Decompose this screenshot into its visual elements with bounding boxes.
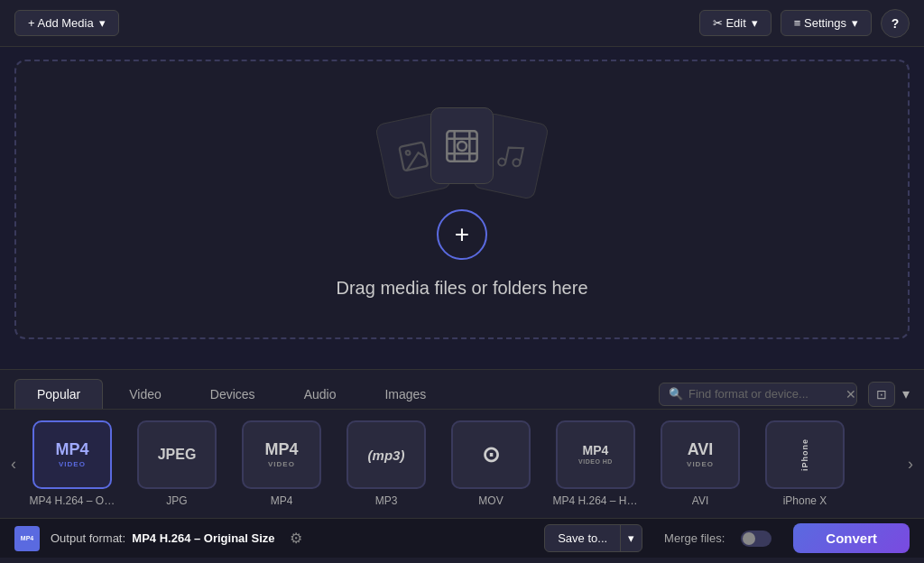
format-label-mp3: MP3 (375, 494, 398, 507)
expand-icon: ▾ (902, 386, 910, 401)
tab-images[interactable]: Images (362, 379, 448, 409)
expand-button[interactable]: ▾ (902, 385, 910, 402)
dropzone[interactable]: + Drag media files or folders here (14, 60, 910, 339)
format-icon-mp4h264: MP4 VIDEO (32, 420, 112, 489)
drop-text: Drag media files or folders here (336, 278, 587, 299)
settings-arrow: ▾ (852, 16, 858, 30)
format-label-mp4: MP4 (271, 494, 293, 507)
format-icon-avi: AVI VIDEO (661, 420, 740, 489)
help-label: ? (892, 16, 900, 31)
svg-point-7 (457, 142, 467, 151)
format-icon-mov: ⊙ (451, 420, 531, 489)
carousel-prev-button[interactable]: ‹ (4, 455, 23, 474)
gear-icon[interactable]: ⚙ (290, 530, 302, 547)
add-files-button[interactable]: + (437, 209, 487, 260)
edit-arrow: ▾ (752, 16, 758, 30)
carousel-next-button[interactable]: › (901, 455, 920, 474)
format-item-mp3[interactable]: (mp3) MP3 (337, 420, 435, 507)
topbar-right: ✂ Edit ▾ ≡ Settings ▾ ? (699, 9, 910, 38)
topbar: + Add Media ▾ ✂ Edit ▾ ≡ Settings ▾ ? (0, 0, 924, 47)
search-input[interactable] (688, 387, 840, 401)
tab-devices[interactable]: Devices (188, 379, 278, 409)
format-label-mov: MOV (478, 494, 503, 507)
svg-point-8 (498, 157, 506, 165)
convert-button[interactable]: Convert (793, 523, 910, 553)
svg-point-1 (405, 150, 410, 154)
status-bar: MP4 Output format: MP4 H.264 – Original … (0, 518, 924, 558)
format-label-iphonex: iPhone X (783, 494, 827, 507)
tab-audio[interactable]: Audio (282, 379, 359, 409)
help-button[interactable]: ? (881, 9, 910, 38)
settings-button[interactable]: ≡ Settings ▾ (781, 10, 872, 36)
format-icon-mp4hd: MP4 VIDEO HD (556, 420, 635, 489)
edit-button[interactable]: ✂ Edit ▾ (699, 10, 772, 36)
search-icon: 🔍 (669, 387, 683, 401)
format-item-avi[interactable]: AVI VIDEO AVI (651, 420, 749, 507)
media-icon-video (430, 107, 494, 184)
output-format-text: MP4 H.264 – Original Size (132, 531, 274, 545)
edit-label: ✂ Edit (713, 16, 746, 30)
output-format-icon: MP4 (14, 526, 40, 551)
bottom-panel: Popular Video Devices Audio Images 🔍 ✕ ⊡… (0, 369, 924, 563)
add-media-label: + Add Media (28, 16, 94, 30)
tab-video[interactable]: Video (106, 379, 184, 409)
format-icon-mp3: (mp3) (346, 420, 426, 489)
format-label-avi: AVI (692, 494, 708, 507)
save-button-label: Save to... (545, 525, 620, 551)
settings-label: ≡ Settings (794, 16, 846, 30)
add-media-button[interactable]: + Add Media ▾ (14, 10, 119, 36)
output-icon-label: MP4 (21, 535, 33, 541)
format-item-iphonex[interactable]: iPhone iPhone X (756, 420, 854, 507)
format-carousel: ‹ MP4 VIDEO MP4 H.264 – Origi... JPEG (0, 410, 924, 518)
format-item-mov[interactable]: ⊙ MOV (442, 420, 540, 507)
format-label-mp4hd: MP4 H.264 – HD 7... (553, 494, 639, 507)
plus-icon: + (455, 222, 469, 247)
format-icon-mp4: MP4 VIDEO (242, 420, 321, 489)
tabs-bar: Popular Video Devices Audio Images 🔍 ✕ ⊡… (0, 370, 924, 410)
search-box[interactable]: 🔍 ✕ (659, 383, 857, 406)
svg-rect-2 (447, 131, 476, 161)
svg-point-9 (513, 158, 521, 166)
merge-files-toggle[interactable] (741, 531, 772, 547)
format-label-mp4h264: MP4 H.264 – Origi... (30, 494, 116, 507)
formats-list: MP4 VIDEO MP4 H.264 – Origi... JPEG JPG (23, 420, 901, 507)
format-item-mp4h264[interactable]: MP4 VIDEO MP4 H.264 – Origi... (23, 420, 121, 507)
search-clear-icon[interactable]: ✕ (845, 387, 856, 401)
format-icon-jpg: JPEG (137, 420, 217, 489)
merge-files-label: Merge files: (664, 531, 725, 545)
save-button-arrow[interactable]: ▾ (620, 525, 642, 551)
screenshot-icon: ⊡ (876, 387, 887, 401)
save-to-button[interactable]: Save to... ▾ (544, 524, 642, 552)
format-label-jpg: JPG (166, 494, 187, 507)
format-icon-iphonex: iPhone (765, 420, 845, 489)
add-media-arrow: ▾ (99, 16, 106, 30)
format-item-mp4hd[interactable]: MP4 VIDEO HD MP4 H.264 – HD 7... (547, 420, 644, 507)
tab-popular[interactable]: Popular (14, 379, 103, 409)
format-item-mp4[interactable]: MP4 VIDEO MP4 (233, 420, 330, 507)
screenshot-button[interactable]: ⊡ (868, 382, 895, 407)
output-prefix: Output format: MP4 H.264 – Original Size (51, 531, 275, 545)
format-item-jpg[interactable]: JPEG JPG (128, 420, 226, 507)
